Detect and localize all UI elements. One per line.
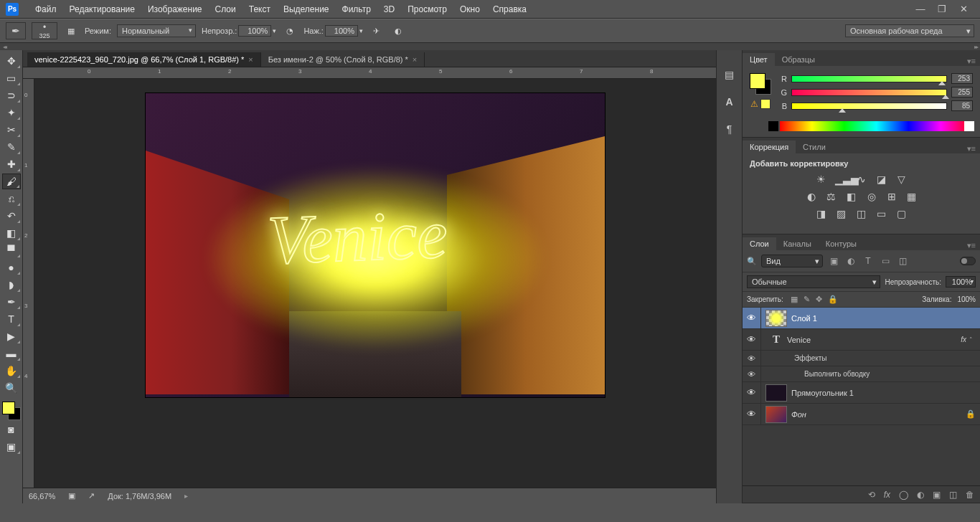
threshold-icon[interactable]: ◫ (855, 208, 868, 219)
visibility-toggle[interactable]: 👁 (743, 351, 761, 366)
screenmode-toggle[interactable]: ▣ (2, 439, 21, 455)
statusbar-icon[interactable]: ▣ (68, 491, 75, 500)
filter-adjustment-icon[interactable]: ◐ (844, 255, 857, 267)
visibility-toggle[interactable]: 👁 (743, 382, 761, 403)
new-layer-icon[interactable]: ◫ (949, 490, 957, 500)
color-spectrum[interactable] (780, 121, 973, 131)
maximize-button[interactable]: ❐ (931, 2, 953, 16)
quickmask-toggle[interactable]: ◙ (2, 422, 21, 437)
layer-filter-select[interactable]: Вид (761, 255, 823, 267)
g-input[interactable]: 255 (951, 87, 973, 98)
close-icon[interactable]: × (413, 55, 417, 64)
menu-view[interactable]: Просмотр (401, 4, 453, 14)
delete-layer-icon[interactable]: 🗑 (966, 490, 974, 500)
statusbar-icon[interactable]: ↗ (88, 491, 95, 500)
pressure-size-icon[interactable]: ◐ (390, 23, 406, 39)
close-icon[interactable]: × (248, 55, 253, 64)
tab-channels[interactable]: Каналы (776, 237, 819, 250)
brush-tool[interactable]: 🖌 (2, 174, 21, 189)
history-brush-tool[interactable]: ↶ (2, 208, 21, 224)
layer-row[interactable]: 👁 T Venice fx ˄ (743, 329, 980, 351)
tab-adjustments[interactable]: Коррекция (743, 141, 796, 153)
layer-thumbnail[interactable] (765, 310, 787, 327)
canvas-background[interactable]: Venice (34, 79, 716, 488)
gradientmap-icon[interactable]: ▭ (875, 208, 888, 219)
chevron-up-icon[interactable]: ˄ (969, 336, 973, 343)
tab-layers[interactable]: Слои (743, 237, 776, 250)
selective-icon[interactable]: ▢ (895, 208, 908, 219)
history-panel-icon[interactable]: ▤ (721, 67, 738, 82)
visibility-toggle[interactable]: 👁 (743, 329, 761, 350)
layer-row[interactable]: 👁 Фон 🔒 (743, 404, 980, 425)
lock-pixels-icon[interactable]: ✎ (804, 295, 810, 304)
b-input[interactable]: 85 (951, 100, 973, 111)
tab-color[interactable]: Цвет (743, 53, 775, 66)
brush-preset-picker[interactable]: • 325 (32, 22, 57, 39)
filter-pixel-icon[interactable]: ▣ (827, 255, 840, 267)
character-panel-icon[interactable]: A (721, 95, 738, 109)
menu-edit[interactable]: Редактирование (63, 4, 141, 14)
workspace-switcher[interactable]: Основная рабочая среда (845, 24, 974, 37)
brightness-icon[interactable]: ☀ (815, 174, 828, 185)
filter-type-icon[interactable]: T (862, 255, 875, 267)
dodge-tool[interactable]: ◗ (2, 277, 21, 293)
tab-paths[interactable]: Контуры (819, 237, 864, 250)
healing-tool[interactable]: ✚ (2, 156, 21, 172)
layer-thumbnail[interactable] (765, 384, 787, 402)
fill-input[interactable]: 100% (957, 295, 976, 303)
gamut-warning-icon[interactable]: ⚠ (750, 99, 758, 109)
layer-name[interactable]: Фон (791, 410, 966, 419)
posterize-icon[interactable]: ▨ (835, 208, 848, 219)
gradient-tool[interactable]: ▀ (2, 242, 21, 258)
menu-text[interactable]: Текст (242, 4, 277, 14)
eraser-tool[interactable]: ◧ (2, 225, 21, 241)
bw-icon[interactable]: ◧ (845, 191, 858, 202)
menu-help[interactable]: Справка (486, 4, 533, 14)
adjustment-layer-icon[interactable]: ◐ (917, 490, 924, 500)
menu-layers[interactable]: Слои (209, 4, 242, 14)
layer-mask-icon[interactable]: ◯ (899, 490, 908, 500)
airbrush-icon[interactable]: ✈ (369, 23, 385, 39)
move-tool[interactable]: ✥ (2, 53, 21, 69)
layer-row[interactable]: 👁 Слой 1 (743, 308, 980, 329)
menu-3d[interactable]: 3D (377, 4, 401, 14)
path-select-tool[interactable]: ▶ (2, 328, 21, 344)
tool-preset-picker[interactable]: ✒ (6, 22, 26, 39)
chevron-right-icon[interactable]: ▸ (184, 492, 188, 500)
fx-badge[interactable]: fx (961, 336, 969, 343)
paragraph-panel-icon[interactable]: ¶ (721, 122, 738, 136)
collapse-strip[interactable]: ◂◂▸▸ (0, 43, 980, 50)
doc-tab-inactive[interactable]: Без имени-2 @ 50% (Слой 8, RGB/8) * × (261, 52, 425, 67)
vibrance-icon[interactable]: ▽ (895, 174, 908, 185)
curves-icon[interactable]: ∿ (855, 174, 868, 185)
layer-style-icon[interactable]: fx (884, 490, 890, 500)
menu-window[interactable]: Окно (453, 4, 486, 14)
type-tool[interactable]: T (2, 311, 21, 327)
stamp-tool[interactable]: ⎌ (2, 191, 21, 207)
shape-tool[interactable]: ▬ (2, 346, 21, 361)
panel-menu-icon[interactable]: ▾≡ (963, 144, 980, 153)
eyedropper-tool[interactable]: ✎ (2, 139, 21, 155)
hue-icon[interactable]: ◐ (805, 191, 818, 202)
color-swatch-pair[interactable] (750, 73, 771, 95)
mixer-icon[interactable]: ⊞ (885, 191, 898, 202)
menu-select[interactable]: Выделение (277, 4, 336, 14)
filter-shape-icon[interactable]: ▭ (879, 255, 892, 267)
magic-wand-tool[interactable]: ✦ (2, 105, 21, 120)
layer-name[interactable]: Прямоугольник 1 (791, 389, 976, 397)
minimize-button[interactable]: — (910, 2, 931, 16)
layer-thumbnail[interactable] (765, 406, 787, 423)
lock-all-icon[interactable]: 🔒 (828, 295, 838, 304)
zoom-level[interactable]: 66,67% (29, 492, 55, 500)
layer-row[interactable]: 👁 Прямоугольник 1 (743, 382, 980, 404)
tab-styles[interactable]: Стили (796, 141, 833, 153)
levels-icon[interactable]: ▁▃▅ (835, 174, 848, 185)
color-swatches[interactable] (2, 402, 21, 420)
flow-input[interactable]: 100% (325, 25, 358, 37)
pen-tool[interactable]: ✒ (2, 294, 21, 310)
crop-tool[interactable]: ✂ (2, 122, 21, 138)
lock-position-icon[interactable]: ✥ (816, 295, 822, 304)
blend-mode-select[interactable]: Нормальный (117, 24, 196, 37)
gamut-swatch[interactable] (760, 99, 771, 109)
b-slider[interactable] (791, 103, 947, 110)
